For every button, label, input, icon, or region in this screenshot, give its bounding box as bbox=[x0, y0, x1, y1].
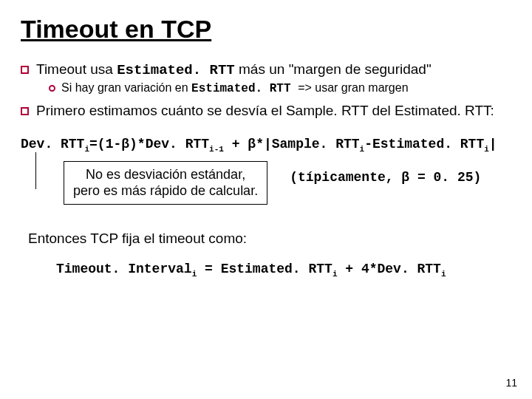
f-sub-im1: i-1 bbox=[209, 145, 224, 154]
square-bullet-icon bbox=[21, 107, 29, 115]
note-box: No es desviación estándar, pero es más r… bbox=[64, 161, 267, 205]
formula-devrtt: Dev. RTTi=(1-β)*Dev. RTTi-1 + β*|Sample.… bbox=[21, 137, 511, 154]
circle-bullet-icon bbox=[49, 85, 55, 92]
f2-plus: + 4*Dev. RTT bbox=[338, 262, 441, 276]
entonces-text: Entonces TCP fija el timeout como: bbox=[28, 231, 511, 247]
bullet-1-pre: Timeout usa bbox=[36, 61, 117, 77]
bullet-2-text: Primero estimamos cuánto se desvía el Sa… bbox=[36, 103, 511, 119]
square-bullet-icon bbox=[21, 66, 29, 74]
page-number: 11 bbox=[505, 377, 517, 389]
note-line1: No es desviación estándar, bbox=[73, 166, 258, 183]
f-mid1: )*Dev. RTT bbox=[129, 137, 209, 151]
f2-a: Timeout. Interval bbox=[56, 262, 192, 276]
f-lhs: Dev. RTT bbox=[21, 137, 84, 151]
f2-eq: = Estimated. RTT bbox=[197, 262, 332, 276]
callout-line-wrap bbox=[21, 161, 65, 213]
note-line2: pero es más rápido de calcular. bbox=[73, 183, 258, 200]
f2-sub2: i bbox=[332, 269, 338, 278]
sub1-pre: Si hay gran variación en bbox=[61, 81, 191, 94]
bullet-1-mono: Estimated. RTT bbox=[117, 62, 235, 78]
f-mid2: *|Sample. RTT bbox=[256, 137, 359, 151]
f-beta2: β bbox=[248, 137, 256, 151]
bullet-1: Timeout usa Estimated. RTT más un "marge… bbox=[21, 61, 511, 78]
sub1-mono: Estimated. RTT bbox=[191, 82, 298, 95]
f2-sub3: i bbox=[441, 269, 446, 278]
formula-timeout: Timeout. Intervali = Estimated. RTTi + 4… bbox=[56, 262, 511, 279]
mid-row: No es desviación estándar, pero es más r… bbox=[21, 161, 511, 213]
f-mid3: -Estimated. RTT bbox=[364, 137, 484, 151]
sub-bullet-1-text: Si hay gran variación en Estimated. RTT … bbox=[61, 81, 511, 95]
bullet-1-post: más un "margen de seguridad" bbox=[235, 61, 432, 77]
sub1-post: => usar gran margen bbox=[298, 81, 408, 94]
f-plus: + bbox=[224, 137, 248, 151]
bullet-2: Primero estimamos cuánto se desvía el Sa… bbox=[21, 103, 511, 119]
bullet-1-text: Timeout usa Estimated. RTT más un "marge… bbox=[36, 61, 511, 78]
f-end: | bbox=[489, 137, 497, 151]
f-eq: =(1- bbox=[89, 137, 121, 151]
typical-value: (típicamente, β = 0. 25) bbox=[290, 170, 481, 185]
sub-bullet-1: Si hay gran variación en Estimated. RTT … bbox=[21, 81, 511, 95]
callout-line bbox=[35, 152, 36, 189]
f-beta1: β bbox=[121, 137, 129, 151]
slide-title: Timeout en TCP bbox=[21, 15, 511, 44]
f-sub-i-3: i bbox=[484, 145, 489, 154]
